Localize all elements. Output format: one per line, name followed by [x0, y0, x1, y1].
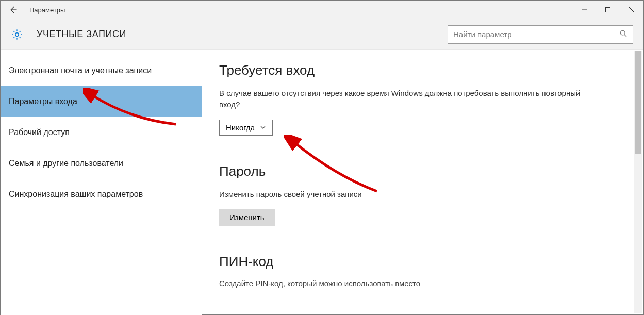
search-input[interactable] [453, 30, 619, 39]
close-button[interactable] [620, 1, 643, 19]
svg-point-4 [15, 32, 19, 36]
scrollbar-thumb[interactable] [635, 51, 641, 154]
search-box[interactable] [448, 25, 633, 44]
password-description: Изменить пароль своей учетной записи [219, 189, 601, 200]
section-heading-password: Пароль [219, 163, 629, 179]
signin-required-description: В случае вашего отсутствия через какое в… [219, 88, 601, 110]
header: УЧЕТНЫЕ ЗАПИСИ [1, 19, 643, 50]
section-heading-pin: ПИН-код [219, 254, 629, 270]
sidebar-item-sync-settings[interactable]: Синхронизация ваших параметров [1, 179, 202, 210]
window-controls [572, 1, 643, 19]
svg-line-6 [624, 35, 626, 37]
svg-rect-1 [606, 8, 610, 12]
sidebar-item-label: Семья и другие пользователи [9, 159, 123, 168]
header-left: УЧЕТНЫЕ ЗАПИСИ [11, 28, 126, 41]
window-title: Параметры [29, 6, 65, 14]
page-heading: УЧЕТНЫЕ ЗАПИСИ [37, 29, 126, 40]
sidebar-item-family-users[interactable]: Семья и другие пользователи [1, 148, 202, 179]
settings-window: Параметры УЧЕТНЫЕ ЗАПИСИ [0, 0, 644, 315]
sidebar-item-signin-options[interactable]: Параметры входа [1, 86, 202, 117]
content-area: Требуется вход В случае вашего отсутстви… [202, 50, 643, 315]
titlebar-left: Параметры [5, 2, 65, 18]
signin-timeout-dropdown[interactable]: Никогда [219, 120, 273, 136]
maximize-icon [605, 7, 611, 13]
section-heading-signin-required: Требуется вход [219, 62, 629, 78]
sidebar-item-label: Рабочий доступ [9, 128, 70, 137]
maximize-button[interactable] [596, 1, 620, 19]
chevron-down-icon [260, 123, 266, 132]
gear-icon [11, 28, 23, 41]
sidebar: Электронная почта и учетные записи Парам… [1, 50, 202, 315]
minimize-icon [581, 7, 587, 13]
close-icon [629, 7, 635, 13]
svg-point-5 [620, 30, 625, 35]
change-password-button[interactable]: Изменить [219, 209, 275, 226]
button-label: Изменить [229, 213, 265, 222]
minimize-button[interactable] [572, 1, 596, 19]
titlebar: Параметры [1, 1, 643, 19]
arrow-left-icon [8, 5, 18, 14]
sidebar-item-label: Электронная почта и учетные записи [9, 66, 152, 75]
vertical-scrollbar[interactable] [634, 51, 642, 313]
sidebar-item-work-access[interactable]: Рабочий доступ [1, 117, 202, 148]
pin-description-truncated: Создайте PIN-код, который можно использо… [219, 279, 629, 288]
sidebar-item-label: Синхронизация ваших параметров [9, 190, 143, 199]
search-icon [619, 29, 628, 40]
body: Электронная почта и учетные записи Парам… [1, 50, 643, 315]
back-button[interactable] [5, 2, 21, 18]
dropdown-value: Никогда [226, 123, 255, 132]
sidebar-item-label: Параметры входа [9, 97, 77, 106]
sidebar-item-email-accounts[interactable]: Электронная почта и учетные записи [1, 55, 202, 86]
